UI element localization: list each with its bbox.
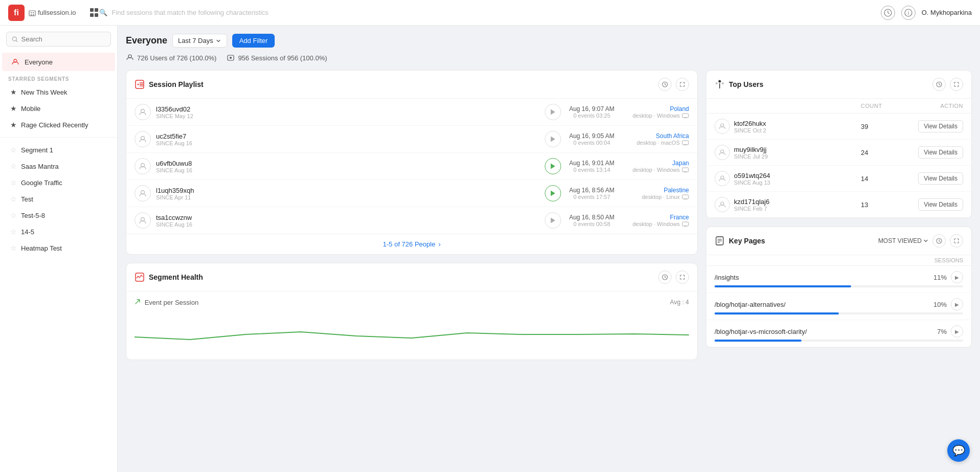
session-avatar: [135, 131, 151, 147]
notifications-icon[interactable]: [881, 6, 895, 20]
sidebar-item-rage-clicked[interactable]: ★ Rage Clicked Recently: [2, 117, 115, 133]
segment-health-history-btn[interactable]: [658, 271, 672, 284]
svg-rect-0: [29, 11, 35, 16]
segment-health-header: Segment Health: [126, 263, 697, 291]
session-events: 0 events 00:58: [566, 221, 617, 227]
top-users-expand-btn[interactable]: [950, 78, 963, 91]
star-icon-new-this-week: ★: [10, 88, 17, 96]
view-details-button[interactable]: View Details: [918, 198, 963, 211]
user-avatar: [715, 119, 730, 134]
session-country: Japan: [622, 160, 689, 167]
session-row: tsa1ccwznw SINCE Aug 16 Aug 16, 8:50 AM …: [126, 207, 697, 234]
key-pages-controls: MOST VIEWED: [878, 234, 963, 248]
session-play-button[interactable]: [545, 212, 561, 229]
user-info: ktof26hukx SINCE Oct 2: [715, 119, 861, 134]
page-title: Everyone: [126, 35, 167, 46]
svg-point-37: [716, 82, 718, 84]
session-avatar: [135, 212, 151, 229]
session-play-button[interactable]: [545, 131, 561, 147]
sidebar-item-saas-mantra[interactable]: ☆ Saas Mantra: [2, 158, 115, 174]
user-name: O. Mykhoparkina: [922, 9, 972, 16]
user-avatar: [715, 197, 730, 212]
sidebar-item-mobile[interactable]: ★ Mobile: [2, 100, 115, 117]
svg-point-42: [721, 176, 724, 179]
page-play-button[interactable]: ▶: [951, 298, 963, 310]
svg-point-41: [721, 150, 724, 153]
sidebar-search-wrapper[interactable]: [6, 32, 111, 47]
session-location: Palestine desktop · Linux: [622, 187, 689, 200]
sidebar-search-icon: [12, 36, 18, 43]
segment-health-title: Segment Health: [135, 272, 203, 282]
session-events: 0 events 13:14: [566, 167, 617, 173]
info-icon[interactable]: i: [901, 6, 916, 20]
user-count: 14: [861, 175, 902, 183]
sidebar-google-label: Google Traffic: [21, 179, 62, 187]
session-events: 0 events 00:04: [566, 140, 617, 146]
session-id: l1uqh359xqh: [156, 187, 540, 194]
session-play-button[interactable]: [545, 104, 561, 120]
page-bar-bg: [715, 312, 963, 314]
sidebar-everyone-label: Everyone: [25, 58, 53, 66]
session-date: Aug 16, 9:07 AM: [566, 105, 617, 113]
view-details-button[interactable]: View Details: [918, 146, 963, 159]
user-row: ktof26hukx SINCE Oct 2 39 View Details: [706, 114, 971, 140]
session-country: South Africa: [622, 132, 689, 140]
user-row: kzd171qlaj6 SINCE Feb 7 13 View Details: [706, 192, 971, 218]
most-viewed-dropdown[interactable]: MOST VIEWED: [878, 237, 928, 244]
count-column-label: COUNT: [861, 103, 902, 109]
sidebar-search-input[interactable]: [21, 35, 105, 43]
sidebar-item-new-this-week[interactable]: ★ New This Week: [2, 84, 115, 100]
logo-fi: fi: [8, 5, 25, 21]
sidebar-item-14-5[interactable]: ☆ 14-5: [2, 223, 115, 240]
page-play-button[interactable]: ▶: [951, 325, 963, 338]
everyone-icon: [10, 57, 20, 67]
sidebar-item-heatmap-test[interactable]: ☆ Heatmap Test: [2, 240, 115, 256]
session-play-button[interactable]: [545, 185, 561, 201]
chat-bubble[interactable]: 💬: [947, 439, 970, 462]
page-play-button[interactable]: ▶: [951, 271, 963, 283]
session-events: 0 events 17:57: [566, 194, 617, 200]
session-playlist-expand-btn[interactable]: [676, 78, 689, 91]
sidebar-item-test-5-8[interactable]: ☆ Test-5-8: [2, 207, 115, 223]
segment-health-chart: [135, 311, 689, 352]
page-pct: 10%: [933, 301, 947, 308]
users-stats-icon: [126, 54, 134, 62]
svg-point-12: [230, 57, 232, 59]
top-users-icon: [715, 79, 725, 89]
view-details-button[interactable]: View Details: [918, 120, 963, 132]
sidebar-item-everyone[interactable]: Everyone: [2, 53, 115, 71]
session-location: South Africa desktop · macOS: [622, 132, 689, 146]
segment-health-expand-btn[interactable]: [676, 271, 689, 284]
session-since: SINCE Aug 16: [156, 140, 540, 146]
chevron-down-icon: [923, 238, 928, 243]
svg-point-10: [128, 55, 131, 58]
sidebar-item-google-traffic[interactable]: ☆ Google Traffic: [2, 174, 115, 191]
content-header: Everyone Last 7 Days Add Filter: [126, 34, 972, 48]
right-column: Top Users COUNT: [706, 70, 972, 360]
add-filter-button[interactable]: Add Filter: [232, 34, 275, 48]
date-filter-dropdown[interactable]: Last 7 Days: [172, 34, 227, 48]
page-row: /blog/hotjar-vs-microsoft-clarity/ 7% ▶: [706, 320, 971, 347]
svg-rect-3: [31, 14, 32, 16]
logo-area[interactable]: fi fullsession.io: [8, 5, 76, 21]
stats-bar: 726 Users of 726 (100.0%) 956 Sessions o…: [126, 54, 972, 62]
sidebar-item-test[interactable]: ☆ Test: [2, 191, 115, 207]
users-stats: 726 Users of 726 (100.0%): [126, 54, 216, 62]
pagination-next[interactable]: ›: [438, 240, 440, 248]
user-info: o591wtq264 SINCE Aug 13: [715, 171, 861, 186]
session-avatar: [135, 185, 151, 201]
grid-icon[interactable]: [90, 8, 99, 17]
sidebar-item-segment1[interactable]: ☆ Segment 1: [2, 142, 115, 158]
star-icon-145: ☆: [10, 228, 17, 236]
page-row: /blog/hotjar-alternatives/ 10% ▶: [706, 293, 971, 320]
session-play-button[interactable]: [545, 158, 561, 174]
svg-rect-4: [33, 14, 34, 16]
key-pages-expand-btn[interactable]: [950, 234, 963, 248]
session-id: u6vfb0uwu8: [156, 160, 540, 167]
session-playlist-history-btn[interactable]: [658, 78, 672, 91]
session-date: Aug 16, 8:50 AM: [566, 214, 617, 221]
top-users-history-btn[interactable]: [932, 78, 946, 91]
view-details-button[interactable]: View Details: [918, 172, 963, 185]
top-users-title: Top Users: [715, 79, 763, 89]
key-pages-history-btn[interactable]: [932, 234, 946, 248]
